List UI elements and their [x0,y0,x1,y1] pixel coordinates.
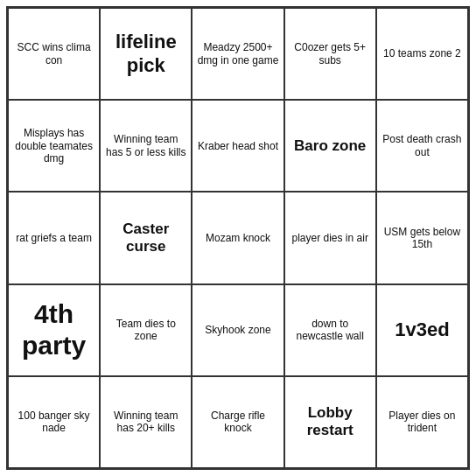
cell-r1c0: Misplays has double teamates dmg [8,100,100,192]
cell-r4c4: Player dies on trident [376,376,468,468]
cell-r0c0: SCC wins clima con [8,8,100,100]
cell-r0c2: Meadzy 2500+ dmg in one game [192,8,284,100]
cell-r2c1: Caster curse [100,192,192,284]
cell-r1c2: Kraber head shot [192,100,284,192]
cell-r2c0: rat griefs a team [8,192,100,284]
cell-r2c4: USM gets below 15th [376,192,468,284]
cell-r0c4: 10 teams zone 2 [376,8,468,100]
cell-r1c3: Baro zone [284,100,376,192]
bingo-board: SCC wins clima conlifeline pickMeadzy 25… [6,6,470,470]
cell-r3c3: down to newcastle wall [284,284,376,376]
cell-r3c4: 1v3ed [376,284,468,376]
cell-r3c2: Skyhook zone [192,284,284,376]
cell-r0c1: lifeline pick [100,8,192,100]
cell-r3c1: Team dies to zone [100,284,192,376]
cell-r4c1: Winning team has 20+ kills [100,376,192,468]
cell-r3c0: 4th party [8,284,100,376]
cell-r2c3: player dies in air [284,192,376,284]
cell-r4c3: Lobby restart [284,376,376,468]
cell-r4c2: Charge rifle knock [192,376,284,468]
cell-r1c4: Post death crash out [376,100,468,192]
cell-r2c2: Mozam knock [192,192,284,284]
cell-r4c0: 100 banger sky nade [8,376,100,468]
cell-r1c1: Winning team has 5 or less kills [100,100,192,192]
cell-r0c3: C0ozer gets 5+ subs [284,8,376,100]
